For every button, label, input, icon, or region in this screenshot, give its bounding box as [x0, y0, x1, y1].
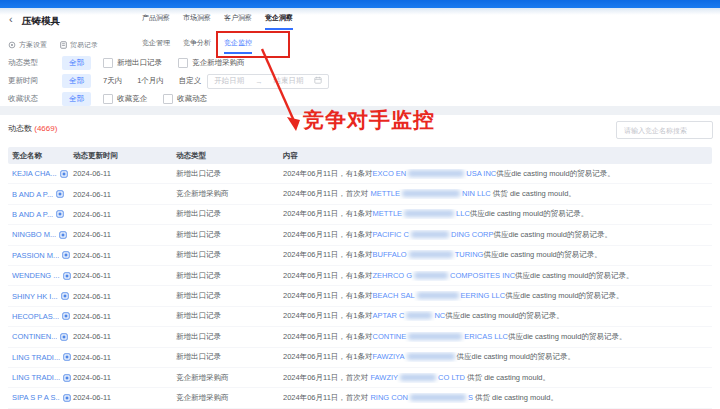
content-text: 供货 die casting mould。: [491, 189, 576, 198]
content-company-link[interactable]: METTLE: [372, 209, 402, 218]
company-link[interactable]: B AND A P...: [8, 210, 73, 219]
content-company-link[interactable]: CONTINE: [372, 332, 406, 341]
plan-settings-button[interactable]: 方案设置: [8, 40, 47, 50]
company-name[interactable]: B AND A P...: [12, 190, 53, 199]
company-link[interactable]: SHINY HK I...: [8, 292, 73, 301]
company-link[interactable]: LING TRADI...: [8, 373, 73, 382]
content-company-link[interactable]: DING CORP: [451, 230, 494, 239]
content-company-link[interactable]: BEACH SAL: [372, 291, 414, 300]
row-content: 2024年06月11日，有1条对ZEHRCO GCOMPOSITES INC供应…: [283, 271, 712, 281]
filter-all-button[interactable]: 全部: [62, 56, 91, 70]
tab-product-insight[interactable]: 产品洞察: [142, 13, 170, 30]
content-text: 供应die casting mould的贸易记录。: [470, 209, 588, 218]
company-name[interactable]: PASSION M...: [12, 251, 59, 260]
subtab-competitor-monitoring[interactable]: 竞企监控: [224, 38, 252, 54]
row-content: 2024年06月11日，有1条对BUFFALOTURING供应die casti…: [283, 250, 712, 260]
company-name[interactable]: LING TRADI...: [12, 373, 60, 382]
table-row: B AND A P...2024-06-11竞企新增采购商2024年06月11日…: [8, 184, 712, 204]
company-name[interactable]: SHINY HK I...: [12, 292, 58, 301]
back-icon[interactable]: ‹: [9, 14, 13, 25]
company-detail-icon[interactable]: [63, 394, 71, 402]
content-company-link[interactable]: RING CON: [370, 393, 408, 402]
company-link[interactable]: CONTINEN...: [8, 332, 73, 341]
date-range-arrow: →: [255, 77, 263, 86]
company-name[interactable]: CONTINEN...: [12, 332, 57, 341]
company-name[interactable]: B AND A P...: [12, 210, 53, 219]
checkbox-favorite-dynamic[interactable]: 收藏动态: [163, 94, 207, 104]
quick-1-month[interactable]: 1个月内: [137, 76, 164, 86]
end-date-placeholder[interactable]: 结束日期: [274, 76, 304, 86]
content-company-link[interactable]: BUFFALO: [372, 250, 406, 259]
content-company-link[interactable]: ZEHRCO G: [372, 271, 412, 280]
company-name[interactable]: LING TRADI...: [12, 353, 60, 362]
redacted-text: [408, 333, 462, 340]
company-link[interactable]: PASSION M...: [8, 251, 73, 260]
company-link[interactable]: HECOPLAS...: [8, 312, 73, 321]
content-company-link[interactable]: NC: [434, 311, 445, 320]
company-link[interactable]: WENDENG ...: [8, 271, 73, 280]
content-company-link[interactable]: FAWZIYA: [372, 352, 404, 361]
content-company-link[interactable]: TURING: [455, 250, 484, 259]
company-link[interactable]: KEJIA CHA...: [8, 169, 73, 178]
company-link[interactable]: LING TRADI...: [8, 353, 73, 362]
company-name[interactable]: KEJIA CHA...: [12, 169, 57, 178]
company-detail-icon[interactable]: [56, 190, 64, 198]
company-detail-icon[interactable]: [60, 333, 68, 341]
subtab-competition-analysis[interactable]: 竞争分析: [183, 38, 211, 54]
company-detail-icon[interactable]: [61, 292, 69, 300]
checkbox-icon[interactable]: [178, 58, 188, 68]
header-actions: 方案设置 贸易记录: [8, 40, 98, 50]
checkbox-favorite-competitor[interactable]: 收藏竞企: [103, 94, 147, 104]
checkbox-new-export-record[interactable]: 新增出口记录: [103, 58, 162, 68]
content-text: 2024年06月11日，有1条对: [283, 271, 372, 280]
filter-all-button[interactable]: 全部: [62, 92, 91, 106]
company-link[interactable]: SIPA S P A S...: [8, 393, 73, 402]
checkbox-new-buyer[interactable]: 竞企新增采购商: [178, 58, 245, 68]
content-company-link[interactable]: COMPOSITES INC: [450, 271, 515, 280]
company-link[interactable]: NINGBO M...: [8, 230, 73, 239]
company-detail-icon[interactable]: [63, 272, 71, 280]
content-company-link[interactable]: FAWZIY: [370, 373, 398, 382]
filter-all-button[interactable]: 全部: [62, 74, 91, 88]
company-detail-icon[interactable]: [63, 374, 71, 382]
dynamic-count-value: (4669): [34, 124, 57, 133]
company-detail-icon[interactable]: [60, 170, 68, 178]
calendar-icon[interactable]: [314, 76, 322, 86]
filter-row-dynamic-type: 动态类型 全部 新增出口记录 竞企新增采购商: [8, 55, 261, 71]
company-name[interactable]: SIPA S P A S...: [12, 393, 60, 402]
company-link[interactable]: B AND A P...: [8, 190, 73, 199]
content-company-link[interactable]: USA INC: [466, 169, 496, 178]
company-name[interactable]: NINGBO M...: [12, 230, 56, 239]
checkbox-icon[interactable]: [103, 94, 113, 104]
company-detail-icon[interactable]: [62, 312, 70, 320]
start-date-placeholder[interactable]: 开始日期: [214, 76, 244, 86]
quick-custom[interactable]: 自定义: [179, 76, 202, 86]
content-company-link[interactable]: APTAR C: [372, 311, 404, 320]
content-company-link[interactable]: EXCO EN: [372, 169, 406, 178]
company-name[interactable]: HECOPLAS...: [12, 312, 59, 321]
tab-competitor-insight[interactable]: 竞企洞察: [265, 13, 293, 30]
subtab-competitor-management[interactable]: 竞企管理: [142, 38, 170, 54]
tab-customer-insight[interactable]: 客户洞察: [224, 13, 252, 30]
company-detail-icon[interactable]: [56, 210, 64, 218]
tab-market-insight[interactable]: 市场洞察: [183, 13, 211, 30]
content-company-link[interactable]: METTLE: [370, 189, 400, 198]
content-company-link[interactable]: PACIFIC C: [372, 230, 409, 239]
company-detail-icon[interactable]: [62, 251, 70, 259]
trade-records-button[interactable]: 贸易记录: [60, 40, 98, 50]
content-company-link[interactable]: CO LTD: [438, 373, 465, 382]
search-input[interactable]: [616, 121, 713, 139]
checkbox-icon[interactable]: [163, 94, 173, 104]
quick-7-days[interactable]: 7天内: [103, 76, 122, 86]
document-icon: [60, 41, 67, 49]
company-name[interactable]: WENDENG ...: [12, 271, 60, 280]
content-company-link[interactable]: ERICAS LLC: [464, 332, 508, 341]
row-content: 2024年06月11日，有1条对METTLELLC供应die casting m…: [283, 209, 712, 219]
content-company-link[interactable]: LLC: [456, 209, 470, 218]
date-range-input[interactable]: 开始日期 → 结束日期: [207, 74, 329, 89]
company-detail-icon[interactable]: [63, 353, 71, 361]
checkbox-icon[interactable]: [103, 58, 113, 68]
content-company-link[interactable]: NIN LLC: [462, 189, 491, 198]
content-company-link[interactable]: EERING LLC: [461, 291, 506, 300]
company-detail-icon[interactable]: [59, 231, 67, 239]
